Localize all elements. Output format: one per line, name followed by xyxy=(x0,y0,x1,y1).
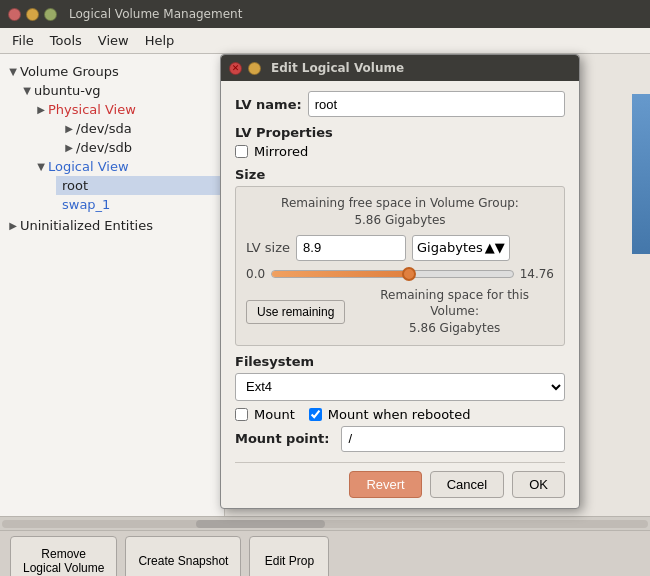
ok-button[interactable]: OK xyxy=(512,471,565,498)
dialog-body: LV name: LV Properties Mirrored Size Rem… xyxy=(221,81,579,508)
lv-size-input[interactable] xyxy=(296,235,406,261)
physical-view-label: Physical View xyxy=(48,102,136,117)
scroll-thumb[interactable] xyxy=(196,520,325,528)
title-bar: Logical Volume Management xyxy=(0,0,650,28)
blue-bar xyxy=(632,94,650,254)
scroll-area[interactable] xyxy=(0,516,650,530)
logical-view-label: Logical View xyxy=(48,159,129,174)
lv-name-input[interactable] xyxy=(308,91,565,117)
dev-sdb-label: /dev/sdb xyxy=(76,140,132,155)
minimize-button[interactable] xyxy=(26,8,39,21)
filesystem-select[interactable]: Ext4 Ext3 Ext2 XFS Btrfs xyxy=(235,373,565,401)
swap1-item[interactable]: swap_1 xyxy=(56,195,224,214)
menu-tools[interactable]: Tools xyxy=(42,30,90,51)
dialog-title-bar: ✕ Edit Logical Volume xyxy=(221,55,579,81)
slider-thumb[interactable] xyxy=(402,267,416,281)
size-unit-value: Gigabytes xyxy=(417,240,483,255)
remaining-text: Remaining space for this Volume: 5.86 Gi… xyxy=(355,287,554,337)
size-info-line2: 5.86 Gigabytes xyxy=(354,213,445,227)
size-info-line1: Remaining free space in Volume Group: xyxy=(281,196,519,210)
size-unit-arrow: ▲▼ xyxy=(485,240,505,255)
use-remaining-button[interactable]: Use remaining xyxy=(246,300,345,324)
remaining-line1: Remaining space for this Volume: xyxy=(380,288,529,319)
dev-sda-label: /dev/sda xyxy=(76,121,132,136)
menu-bar: File Tools View Help xyxy=(0,28,650,54)
menu-view[interactable]: View xyxy=(90,30,137,51)
mount-checkbox[interactable] xyxy=(235,408,248,421)
uninitialized-entities-item[interactable]: ▶ Uninitialized Entities xyxy=(0,216,224,235)
physical-view-item[interactable]: ▶ Physical View xyxy=(28,100,224,119)
dev-sda-arrow: ▶ xyxy=(62,123,76,134)
swap1-label: swap_1 xyxy=(62,197,110,212)
ubuntu-vg-label: ubuntu-vg xyxy=(34,83,101,98)
slider-fill xyxy=(272,271,412,277)
dev-sda-item[interactable]: ▶ /dev/sda xyxy=(56,119,224,138)
dialog-minimize-button[interactable] xyxy=(248,62,261,75)
mount-when-rebooted-label: Mount when rebooted xyxy=(328,407,471,422)
lv-name-label: LV name: xyxy=(235,97,302,112)
lv-name-row: LV name: xyxy=(235,91,565,117)
app-title: Logical Volume Management xyxy=(69,7,242,21)
edit-prop-button[interactable]: Edit Prop xyxy=(249,536,329,577)
mount-point-input[interactable] xyxy=(341,426,565,452)
mirrored-row: Mirrored xyxy=(235,144,565,159)
tree-volume-groups: ▼ Volume Groups ▼ ubuntu-vg ▶ Physical V… xyxy=(0,60,224,216)
maximize-button[interactable] xyxy=(44,8,57,21)
scroll-track[interactable] xyxy=(2,520,648,528)
uninitialized-label: Uninitialized Entities xyxy=(20,218,153,233)
lv-size-label: LV size xyxy=(246,240,290,255)
window-controls xyxy=(8,8,57,21)
logical-view-arrow: ▼ xyxy=(34,161,48,172)
uninitialized-arrow: ▶ xyxy=(6,220,20,231)
create-snapshot-button[interactable]: Create Snapshot xyxy=(125,536,241,577)
mirrored-label: Mirrored xyxy=(254,144,308,159)
mount-label: Mount xyxy=(254,407,295,422)
physical-view-arrow: ▶ xyxy=(34,104,48,115)
dialog-title: Edit Logical Volume xyxy=(271,61,404,75)
mount-row: Mount Mount when rebooted xyxy=(235,407,565,422)
remove-logical-volume-button[interactable]: Remove Logical Volume xyxy=(10,536,117,577)
ubuntu-vg-arrow: ▼ xyxy=(20,85,34,96)
slider-max: 14.76 xyxy=(520,267,554,281)
volume-groups-item[interactable]: ▼ Volume Groups xyxy=(0,62,224,81)
dialog-close-button[interactable]: ✕ xyxy=(229,62,242,75)
logical-view-item[interactable]: ▼ Logical View xyxy=(28,157,224,176)
bottom-toolbar: Remove Logical Volume Create Snapshot Ed… xyxy=(0,530,650,576)
slider-track[interactable] xyxy=(271,270,514,278)
use-remaining-row: Use remaining Remaining space for this V… xyxy=(246,287,554,337)
mount-point-row: Mount point: xyxy=(235,426,565,452)
dialog-buttons: Revert Cancel OK xyxy=(235,462,565,498)
menu-file[interactable]: File xyxy=(4,30,42,51)
volume-groups-label: Volume Groups xyxy=(20,64,119,79)
filesystem-section: Filesystem Ext4 Ext3 Ext2 XFS Btrfs Moun… xyxy=(235,354,565,452)
ubuntu-vg-item[interactable]: ▼ ubuntu-vg xyxy=(14,81,224,100)
root-label: root xyxy=(62,178,88,193)
mirrored-checkbox[interactable] xyxy=(235,145,248,158)
remaining-line2: 5.86 Gigabytes xyxy=(409,321,500,335)
slider-row: 0.0 14.76 xyxy=(246,267,554,281)
sidebar: ▼ Volume Groups ▼ ubuntu-vg ▶ Physical V… xyxy=(0,54,225,516)
lv-properties-header: LV Properties xyxy=(235,125,565,140)
slider-min: 0.0 xyxy=(246,267,265,281)
size-header: Size xyxy=(235,167,565,182)
size-section: Remaining free space in Volume Group: 5.… xyxy=(235,186,565,346)
edit-logical-volume-dialog: ✕ Edit Logical Volume LV name: LV Proper… xyxy=(220,54,580,509)
root-item[interactable]: root xyxy=(56,176,224,195)
volume-groups-arrow: ▼ xyxy=(6,66,20,77)
cancel-button[interactable]: Cancel xyxy=(430,471,504,498)
revert-button[interactable]: Revert xyxy=(349,471,421,498)
mount-when-rebooted-checkbox[interactable] xyxy=(309,408,322,421)
filesystem-header: Filesystem xyxy=(235,354,565,369)
close-button[interactable] xyxy=(8,8,21,21)
size-info-text: Remaining free space in Volume Group: 5.… xyxy=(246,195,554,229)
size-input-row: LV size Gigabytes ▲▼ xyxy=(246,235,554,261)
menu-help[interactable]: Help xyxy=(137,30,183,51)
dev-sdb-arrow: ▶ xyxy=(62,142,76,153)
size-unit-select[interactable]: Gigabytes ▲▼ xyxy=(412,235,510,261)
dev-sdb-item[interactable]: ▶ /dev/sdb xyxy=(56,138,224,157)
mount-point-label: Mount point: xyxy=(235,431,329,446)
